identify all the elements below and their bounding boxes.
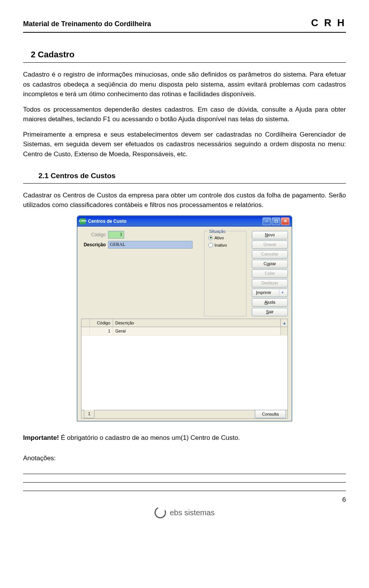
gravar-button[interactable]: Gravar: [252, 241, 288, 249]
imprimir-button[interactable]: Imprimir ▾: [252, 289, 288, 297]
radio-ativo-label: Ativo: [214, 235, 224, 241]
radio-inativo-label: Inativo: [214, 242, 227, 249]
grid-footer: 1 Consulta: [81, 410, 288, 418]
annotations-label: Anotações:: [23, 454, 56, 462]
row-selector: [81, 327, 90, 335]
form-top-row: Código Descrição Situação Ativo: [81, 231, 288, 316]
codigo-input[interactable]: [108, 231, 124, 239]
header-left: Material de Treinamento do Cordilheira: [23, 19, 151, 29]
page-number: 6: [23, 495, 346, 505]
consulta-button[interactable]: Consulta: [255, 410, 286, 419]
titlebar-left: CRH Centros de Custo: [80, 218, 126, 225]
app-icon: CRH: [80, 218, 86, 224]
grid-tab[interactable]: 1: [84, 410, 95, 418]
chevron-down-icon[interactable]: ▾: [279, 290, 286, 296]
dialog-wrapper: CRH Centros de Custo – ◻ ✕ Código Descri…: [23, 215, 346, 421]
copiar-button[interactable]: Copiar: [252, 260, 288, 268]
page-header: Material de Treinamento do Cordilheira C…: [23, 15, 346, 33]
grid-header-codigo[interactable]: Código: [90, 319, 113, 327]
subsection-title: 2.1 Centros de Custos: [38, 170, 346, 182]
centros-de-custo-window: CRH Centros de Custo – ◻ ✕ Código Descri…: [77, 215, 292, 421]
footer-brand: ebs sistemas: [23, 507, 346, 518]
window-control-buttons: – ◻ ✕: [263, 217, 289, 225]
important-text: É obrigatório o cadastro de ao menos um(…: [59, 434, 240, 441]
important-label: Importante!: [23, 434, 59, 441]
radio-ativo[interactable]: Ativo: [208, 235, 242, 241]
radio-inativo-icon: [208, 243, 213, 247]
row-descricao: Geral: [113, 327, 281, 335]
grid-header-descricao[interactable]: Descrição: [113, 319, 281, 327]
scroll-up-icon[interactable]: ▴: [281, 319, 288, 327]
minimize-button[interactable]: –: [263, 217, 271, 225]
novo-button[interactable]: Novo: [252, 231, 288, 239]
radio-inativo[interactable]: Inativo: [208, 242, 242, 249]
sair-button[interactable]: Sair: [252, 308, 288, 316]
row-codigo: 1: [90, 327, 113, 335]
subsection-paragraph: Cadastrar os Centros de Custos da empres…: [23, 190, 346, 210]
window-titlebar[interactable]: CRH Centros de Custo – ◻ ✕: [77, 216, 292, 227]
important-note: Importante! É obrigatório o cadastro de …: [23, 433, 346, 443]
table-row[interactable]: 1 Geral: [81, 327, 288, 336]
ajuda-button[interactable]: Ajuda: [252, 298, 288, 307]
section-title: 2 Cadastro: [31, 48, 346, 61]
header-right: C R H: [311, 15, 346, 30]
paragraph-1: Cadastro é o registro de informações min…: [23, 70, 346, 99]
window-body: Código Descrição Situação Ativo: [77, 227, 292, 421]
subsection-rule: [23, 183, 346, 184]
window-title: Centros de Custo: [88, 218, 126, 225]
desfazer-button[interactable]: Desfazer: [252, 279, 288, 287]
label-descricao: Descrição: [81, 241, 106, 248]
annotation-lines: [23, 466, 346, 491]
situacao-legend: Situação: [208, 228, 227, 235]
annotations-block: Anotações:: [23, 453, 346, 491]
scrollbar-track[interactable]: [281, 327, 288, 335]
grid-header: Código Descrição ▴: [81, 319, 288, 327]
situacao-group: Situação Ativo Inativo: [204, 231, 246, 316]
descricao-input[interactable]: [108, 241, 193, 249]
colar-button[interactable]: Colar: [252, 269, 288, 278]
close-button[interactable]: ✕: [281, 217, 289, 225]
paragraph-2: Todos os processamentos dependerão deste…: [23, 105, 346, 124]
form-fields: Código Descrição: [81, 231, 199, 316]
label-codigo: Código: [81, 231, 106, 238]
radio-ativo-icon: [208, 236, 213, 240]
cancelar-button[interactable]: Cancelar: [252, 250, 288, 259]
button-column: Novo Gravar Cancelar Copiar Colar Desfaz…: [252, 231, 288, 316]
maximize-button[interactable]: ◻: [272, 217, 280, 225]
grid-selector-header: [81, 319, 90, 327]
paragraph-3: Primeiramente a empresa e seus estabelec…: [23, 130, 346, 159]
spiral-icon: [153, 505, 167, 520]
data-grid[interactable]: Código Descrição ▴ 1 Geral 1 Consulta: [81, 319, 288, 419]
section-rule: [23, 62, 346, 63]
footer-brand-text: ebs sistemas: [170, 507, 215, 518]
grid-empty-area: [81, 336, 288, 410]
